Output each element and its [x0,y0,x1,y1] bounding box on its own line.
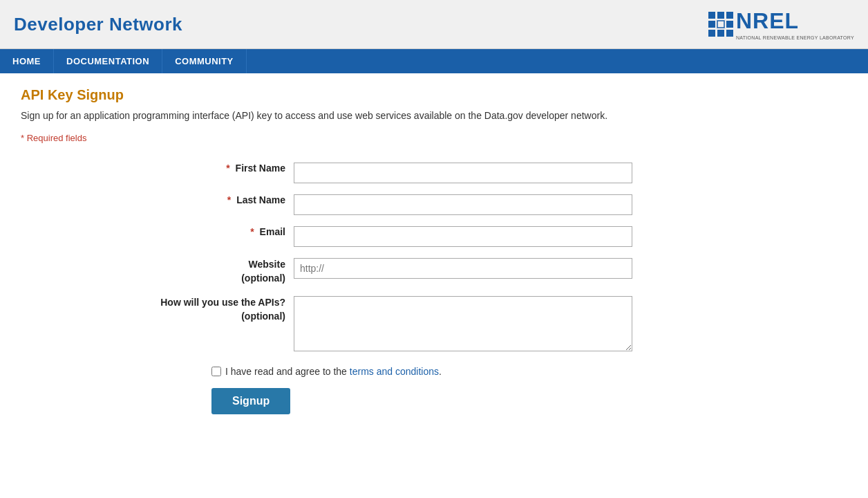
signup-button[interactable]: Signup [211,388,290,414]
svg-rect-4 [717,21,724,28]
last-name-cell [290,189,809,221]
last-name-input[interactable] [294,194,632,215]
api-use-cell [290,290,809,359]
nrel-brand: NREL National Renewable Energy Laborator… [736,8,854,40]
main-content: API Key Signup Sign up for an applicatio… [0,73,829,442]
required-note-text: Required fields [27,133,87,143]
email-cell [290,221,809,252]
required-asterisk: * [21,133,24,143]
site-title: Developer Network [14,14,182,35]
email-label: * Email [21,221,290,252]
first-name-label: * First Name [21,157,290,189]
svg-rect-2 [726,12,733,19]
api-use-textarea[interactable] [294,296,632,351]
website-label: Website(optional) [21,252,290,290]
checkbox-label-post: . [439,366,442,377]
terms-label: I have read and agree to the terms and c… [225,366,442,377]
table-row: * Last Name [21,189,809,221]
svg-rect-6 [708,30,715,37]
required-asterisk: * [250,226,256,237]
main-nav: HOME DOCUMENTATION COMMUNITY [0,49,868,73]
svg-rect-0 [708,12,715,19]
website-cell [290,252,809,290]
first-name-input[interactable] [294,163,632,183]
nrel-logo: NREL National Renewable Energy Laborator… [708,8,854,40]
terms-checkbox[interactable] [211,367,221,376]
site-header: Developer Network NREL National Renewabl… [0,0,868,49]
signup-row: Signup [21,388,809,414]
email-input[interactable] [294,226,632,247]
page-description: Sign up for an application programming i… [21,109,809,123]
signup-form: * First Name * Last Name [21,157,809,414]
required-note: * Required fields [21,133,809,143]
nav-item-documentation[interactable]: DOCUMENTATION [54,49,162,73]
svg-rect-7 [717,30,724,37]
website-input[interactable] [294,258,632,279]
terms-link[interactable]: terms and conditions [350,366,439,377]
page-title: API Key Signup [21,87,809,103]
svg-rect-5 [726,21,733,28]
svg-rect-3 [708,21,715,28]
svg-rect-1 [717,12,724,19]
table-row: * Email [21,221,809,252]
nrel-subtext: National Renewable Energy Laboratory [736,35,854,40]
form-table: * First Name * Last Name [21,157,809,359]
table-row: Website(optional) [21,252,809,290]
nav-item-home[interactable]: HOME [0,49,54,73]
first-name-cell [290,157,809,189]
checkbox-label-pre: I have read and agree to the [225,366,350,377]
nrel-text: NREL [736,8,799,33]
nav-item-community[interactable]: COMMUNITY [162,49,247,73]
terms-row: I have read and agree to the terms and c… [21,366,809,377]
api-use-label: How will you use the APIs?(optional) [21,290,290,359]
required-asterisk: * [227,194,234,205]
required-asterisk: * [226,163,232,174]
nrel-grid-icon [708,12,733,37]
table-row: How will you use the APIs?(optional) [21,290,809,359]
svg-rect-8 [726,30,733,37]
last-name-label: * Last Name [21,189,290,221]
logo-area: NREL National Renewable Energy Laborator… [708,8,854,40]
table-row: * First Name [21,157,809,189]
